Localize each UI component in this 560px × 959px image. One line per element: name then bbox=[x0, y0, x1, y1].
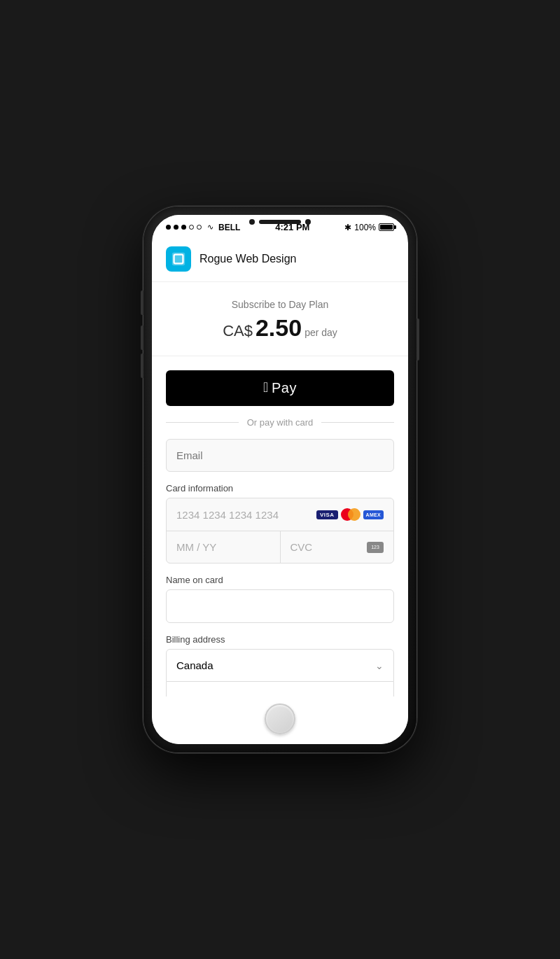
card-bottom-row: MM / YY CVC 123 bbox=[167, 531, 393, 563]
cvc-card-icon: 123 bbox=[367, 542, 384, 553]
bluetooth-icon: ✱ bbox=[344, 223, 351, 232]
signal-dot-5 bbox=[197, 225, 202, 230]
phone-device: ∿ BELL 4:21 PM ✱ 100% bbox=[144, 206, 416, 752]
email-input[interactable] bbox=[166, 439, 394, 472]
status-left: ∿ BELL bbox=[166, 223, 240, 232]
apple-pay-section:  Pay bbox=[152, 356, 408, 417]
price-period: per day bbox=[304, 327, 337, 338]
price-amount: 2.50 bbox=[255, 314, 302, 342]
apple-pay-button[interactable]:  Pay bbox=[166, 370, 394, 406]
divider-text: Or pay with card bbox=[247, 417, 314, 428]
name-input[interactable] bbox=[166, 589, 394, 623]
apple-icon:  bbox=[263, 379, 269, 396]
card-info-label: Card information bbox=[166, 483, 394, 493]
merchant-header: Rogue Web Design bbox=[152, 237, 408, 282]
status-bar: ∿ BELL 4:21 PM ✱ 100% bbox=[152, 215, 408, 237]
signal-dot-1 bbox=[166, 225, 171, 230]
wifi-icon: ∿ bbox=[207, 223, 214, 232]
email-group bbox=[166, 439, 394, 472]
payment-form: Card information 1234 1234 1234 1234 VIS… bbox=[152, 439, 408, 696]
card-info-group: Card information 1234 1234 1234 1234 VIS… bbox=[166, 483, 394, 564]
card-number-placeholder: 1234 1234 1234 1234 bbox=[176, 509, 279, 521]
battery-fill bbox=[380, 225, 393, 230]
plan-subtitle: Subscribe to Day Plan bbox=[166, 299, 394, 310]
status-right: ✱ 100% bbox=[344, 223, 394, 232]
chevron-down-icon: ⌄ bbox=[375, 660, 384, 671]
signal-dot-4 bbox=[189, 225, 194, 230]
billing-label: Billing address bbox=[166, 634, 394, 645]
country-select[interactable]: Canada ⌄ bbox=[166, 649, 394, 682]
carrier-label: BELL bbox=[218, 223, 240, 232]
home-button-area bbox=[152, 696, 408, 744]
divider-section: Or pay with card bbox=[152, 417, 408, 439]
screen-content: Rogue Web Design Subscribe to Day Plan C… bbox=[152, 237, 408, 696]
apple-pay-label: Pay bbox=[272, 380, 297, 396]
country-value: Canada bbox=[176, 659, 214, 671]
battery-percent: 100% bbox=[354, 223, 376, 232]
card-number-row: 1234 1234 1234 1234 VISA AMEX bbox=[167, 498, 393, 531]
divider-right bbox=[321, 422, 394, 423]
price-currency: CA$ bbox=[223, 322, 253, 340]
visa-icon: VISA bbox=[316, 510, 338, 519]
amex-icon: AMEX bbox=[363, 510, 384, 519]
expiry-placeholder: MM / YY bbox=[176, 541, 216, 553]
billing-group: Billing address Canada ⌄ bbox=[166, 634, 394, 696]
cvc-icon-number: 123 bbox=[371, 545, 379, 550]
cvc-field[interactable]: CVC 123 bbox=[281, 531, 394, 563]
home-button[interactable] bbox=[265, 704, 295, 734]
signal-dot-2 bbox=[174, 225, 178, 230]
square-logo-icon bbox=[171, 251, 186, 267]
battery-icon bbox=[379, 223, 394, 231]
mastercard-icon bbox=[341, 508, 360, 521]
name-label: Name on card bbox=[166, 575, 394, 585]
card-info-fields: 1234 1234 1234 1234 VISA AMEX bbox=[166, 498, 394, 564]
expiry-field[interactable]: MM / YY bbox=[167, 531, 281, 563]
phone-top-bar bbox=[249, 219, 311, 225]
divider-left bbox=[166, 422, 239, 423]
front-camera bbox=[249, 219, 255, 225]
merchant-name-label: Rogue Web Design bbox=[200, 253, 296, 265]
sensor bbox=[305, 219, 311, 225]
card-icons: VISA AMEX bbox=[316, 508, 384, 521]
phone-screen: ∿ BELL 4:21 PM ✱ 100% bbox=[152, 215, 408, 744]
signal-dot-3 bbox=[181, 225, 186, 230]
earpiece bbox=[259, 220, 301, 224]
address-input[interactable] bbox=[166, 682, 394, 696]
name-group: Name on card bbox=[166, 575, 394, 623]
merchant-logo bbox=[166, 246, 191, 272]
pricing-section: Subscribe to Day Plan CA$ 2.50 per day bbox=[152, 282, 408, 356]
cvc-placeholder: CVC bbox=[290, 541, 313, 553]
price-line: CA$ 2.50 per day bbox=[166, 314, 394, 342]
